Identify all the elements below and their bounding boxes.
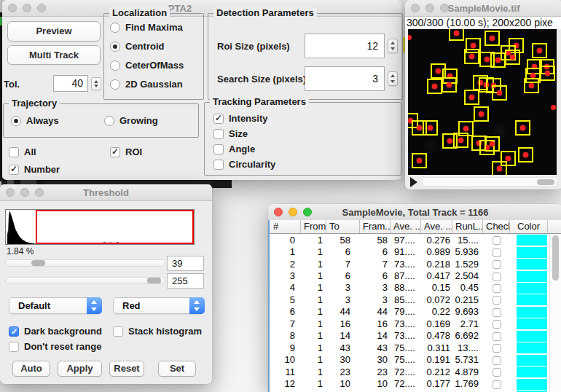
multi-track-button[interactable]: Multi Track bbox=[7, 45, 101, 65]
column-header[interactable]: # bbox=[270, 220, 301, 233]
row-checkbox[interactable] bbox=[493, 368, 501, 377]
track-color-swatch[interactable] bbox=[517, 355, 547, 366]
column-header[interactable]: Color bbox=[510, 220, 548, 233]
track-color-swatch[interactable] bbox=[517, 318, 547, 329]
column-header[interactable]: Ave. ... bbox=[421, 220, 452, 233]
frame-slider[interactable] bbox=[422, 177, 557, 187]
row-checkbox[interactable] bbox=[493, 332, 501, 341]
search-size-field[interactable]: 3 bbox=[305, 66, 385, 91]
checkbox-all[interactable]: All bbox=[9, 146, 36, 157]
max-threshold-value[interactable]: 255 bbox=[167, 273, 204, 289]
min-threshold-value[interactable]: 39 bbox=[167, 256, 204, 271]
window-title: Threshold bbox=[0, 187, 212, 198]
column-header[interactable]: RunL... bbox=[452, 220, 483, 233]
movie-titlebar[interactable]: SampleMovie.tif bbox=[405, 0, 561, 17]
method-dropdown[interactable]: Default bbox=[9, 297, 102, 314]
roi-size-stepper[interactable] bbox=[388, 39, 398, 53]
search-size-stepper[interactable] bbox=[388, 71, 398, 86]
radio-2d-gaussian[interactable]: 2D Gaussian bbox=[110, 79, 184, 90]
set-button[interactable]: Set bbox=[158, 361, 196, 377]
frame-slider-thumb[interactable] bbox=[537, 179, 554, 185]
checkbox-angle[interactable]: Angle bbox=[213, 144, 275, 154]
table-titlebar[interactable]: SampleMovie, Total Track = 1166 bbox=[268, 204, 561, 221]
table-row[interactable]: 111232372....0.2124.879 bbox=[270, 366, 549, 377]
column-header[interactable]: Ave. ... bbox=[391, 220, 421, 233]
table-row[interactable]: 316687....0.4172.504 bbox=[270, 270, 549, 281]
row-checkbox[interactable] bbox=[493, 284, 501, 293]
row-checkbox[interactable] bbox=[493, 248, 501, 257]
row-checkbox[interactable] bbox=[493, 308, 501, 317]
column-header[interactable]: Check bbox=[483, 220, 510, 233]
table-cell: 1 bbox=[301, 366, 326, 377]
table-row[interactable]: 01585897....0.27615.... bbox=[270, 234, 549, 246]
max-slider-thumb[interactable] bbox=[147, 278, 161, 283]
table-cell: 1 bbox=[301, 259, 326, 270]
track-color-swatch[interactable] bbox=[517, 366, 547, 377]
max-threshold-slider[interactable] bbox=[5, 277, 165, 284]
column-header[interactable]: Fram... bbox=[360, 220, 391, 233]
preview-button[interactable]: Preview bbox=[7, 21, 101, 42]
row-checkbox[interactable] bbox=[493, 320, 501, 329]
table-scrollbar-thumb[interactable] bbox=[552, 235, 559, 281]
radio-always[interactable]: Always bbox=[11, 115, 104, 126]
radio-growing[interactable]: Growing bbox=[104, 115, 158, 126]
table-row[interactable]: 61444479....0.229.693 bbox=[270, 306, 549, 318]
column-header[interactable]: From bbox=[301, 220, 326, 233]
column-header[interactable]: To bbox=[326, 220, 360, 233]
checkbox-circularity[interactable]: Circularity bbox=[213, 159, 275, 170]
track-color-swatch[interactable] bbox=[517, 271, 547, 282]
row-checkbox[interactable] bbox=[493, 260, 501, 269]
checkbox-number[interactable]: Number bbox=[9, 164, 60, 175]
table-row[interactable]: 217773....0.2181.529 bbox=[270, 258, 549, 270]
row-checkbox[interactable] bbox=[493, 236, 501, 245]
table-row[interactable]: 101303075....0.1915.731 bbox=[270, 353, 549, 365]
checkbox-roi[interactable]: ROI bbox=[110, 146, 142, 157]
table-row[interactable]: 413388....0.150.45 bbox=[270, 282, 549, 294]
table-row[interactable]: 91434375....0.31113.... bbox=[270, 342, 549, 353]
table-row[interactable]: 121101072....0.1771.769 bbox=[270, 377, 549, 389]
row-checkbox[interactable] bbox=[493, 356, 501, 365]
checkbox-dont-reset-range[interactable]: Don't reset range bbox=[9, 341, 101, 352]
track-color-swatch[interactable] bbox=[517, 259, 547, 270]
table-row[interactable]: 81141473....0.4786.692 bbox=[270, 330, 549, 342]
table-row[interactable]: 116691....0.9895.936 bbox=[270, 246, 549, 257]
track-color-swatch[interactable] bbox=[517, 379, 547, 390]
table-header[interactable]: # From To Fram... Ave. ... Ave. ... RunL… bbox=[270, 220, 561, 234]
row-checkbox[interactable] bbox=[493, 273, 501, 281]
track-color-swatch[interactable] bbox=[517, 342, 547, 353]
table-cell: 6 bbox=[270, 306, 301, 317]
track-color-swatch[interactable] bbox=[517, 331, 547, 342]
table-row[interactable]: 71161673....0.1692.71 bbox=[270, 318, 549, 329]
checkbox-dark-background[interactable]: Dark background bbox=[9, 326, 102, 337]
table-scrollbar[interactable] bbox=[549, 234, 561, 392]
track-color-swatch[interactable] bbox=[517, 247, 547, 258]
roi-size-field[interactable]: 12 bbox=[305, 34, 385, 58]
play-icon[interactable] bbox=[410, 177, 417, 187]
row-checkbox[interactable] bbox=[493, 296, 501, 305]
row-checkbox[interactable] bbox=[493, 380, 501, 389]
pta2-window: PTA2 Preview Multi Track Tol. 40 Localiz… bbox=[2, 0, 401, 180]
radio-find-maxima[interactable]: Find Maxima bbox=[110, 22, 184, 33]
min-slider-thumb[interactable] bbox=[31, 260, 45, 266]
tolerance-field[interactable]: 40 bbox=[53, 75, 88, 92]
apply-button[interactable]: Apply bbox=[58, 361, 102, 377]
table-row[interactable]: 513385....0.0720.215 bbox=[270, 294, 549, 305]
desktop: { "colors": { "accent_blue": "#2e7bf6", … bbox=[0, 0, 561, 392]
checkbox-intensity[interactable]: Intensity bbox=[213, 113, 275, 124]
checkbox-stack-histogram[interactable]: Stack histogram bbox=[113, 326, 202, 337]
track-color-swatch[interactable] bbox=[517, 235, 547, 246]
radio-centerofmass[interactable]: CeterOfMass bbox=[110, 60, 184, 71]
track-color-swatch[interactable] bbox=[517, 294, 547, 305]
reset-button[interactable]: Reset bbox=[109, 361, 144, 377]
auto-button[interactable]: Auto bbox=[12, 361, 50, 377]
track-color-swatch[interactable] bbox=[517, 283, 547, 294]
threshold-titlebar[interactable]: Threshold bbox=[0, 184, 212, 201]
min-threshold-slider[interactable] bbox=[5, 259, 165, 267]
checkbox-size[interactable]: Size bbox=[213, 128, 275, 139]
tolerance-stepper[interactable] bbox=[91, 77, 101, 90]
radio-centroid[interactable]: Centroid bbox=[110, 41, 184, 52]
movie-canvas[interactable] bbox=[408, 29, 557, 175]
display-mode-dropdown[interactable]: Red bbox=[113, 297, 205, 314]
track-color-swatch[interactable] bbox=[517, 307, 547, 318]
row-checkbox[interactable] bbox=[493, 344, 501, 353]
